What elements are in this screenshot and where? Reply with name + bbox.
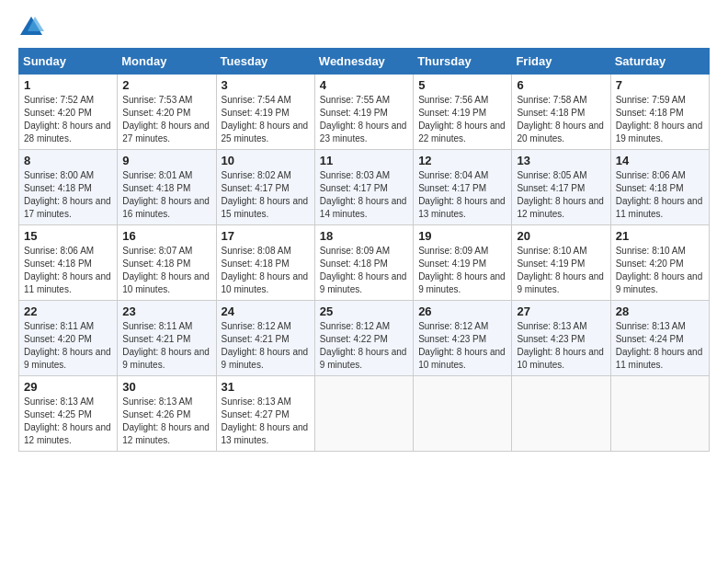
- calendar-day-cell: 20Sunrise: 8:10 AMSunset: 4:19 PMDayligh…: [512, 225, 610, 301]
- calendar-day-cell: 1Sunrise: 7:52 AMSunset: 4:20 PMDaylight…: [19, 75, 118, 150]
- day-number: 5: [418, 78, 506, 92]
- day-of-week-header: Wednesday: [314, 49, 413, 75]
- day-number: 11: [320, 154, 408, 167]
- calendar-day-cell: [314, 376, 413, 452]
- day-number: 25: [320, 304, 408, 318]
- calendar-day-cell: 15Sunrise: 8:06 AMSunset: 4:18 PMDayligh…: [19, 225, 118, 301]
- calendar-day-cell: 22Sunrise: 8:11 AMSunset: 4:20 PMDayligh…: [19, 301, 118, 376]
- day-info: Sunrise: 7:56 AMSunset: 4:19 PMDaylight:…: [418, 94, 506, 145]
- calendar-day-cell: 6Sunrise: 7:58 AMSunset: 4:18 PMDaylight…: [512, 75, 610, 150]
- day-of-week-header: Thursday: [414, 49, 512, 75]
- calendar-day-cell: 29Sunrise: 8:13 AMSunset: 4:25 PMDayligh…: [19, 376, 118, 452]
- calendar-day-cell: 31Sunrise: 8:13 AMSunset: 4:27 PMDayligh…: [216, 376, 314, 452]
- day-of-week-header: Friday: [512, 49, 610, 75]
- day-info: Sunrise: 8:13 AMSunset: 4:26 PMDaylight:…: [122, 396, 210, 447]
- day-info: Sunrise: 8:12 AMSunset: 4:23 PMDaylight:…: [418, 320, 506, 372]
- day-info: Sunrise: 8:02 AMSunset: 4:17 PMDaylight:…: [222, 169, 310, 221]
- day-info: Sunrise: 8:06 AMSunset: 4:18 PMDaylight:…: [616, 169, 704, 221]
- calendar-table: SundayMondayTuesdayWednesdayThursdayFrid…: [18, 48, 710, 452]
- day-info: Sunrise: 8:09 AMSunset: 4:19 PMDaylight:…: [418, 245, 506, 296]
- logo-icon: [18, 15, 44, 40]
- day-info: Sunrise: 8:05 AMSunset: 4:17 PMDaylight:…: [517, 169, 605, 221]
- day-info: Sunrise: 8:03 AMSunset: 4:17 PMDaylight:…: [320, 169, 408, 221]
- day-number: 2: [122, 78, 210, 92]
- day-of-week-header: Sunday: [19, 49, 118, 75]
- day-number: 19: [418, 229, 506, 243]
- calendar-day-cell: 12Sunrise: 8:04 AMSunset: 4:17 PMDayligh…: [414, 150, 512, 225]
- day-of-week-header: Saturday: [610, 49, 709, 75]
- calendar-day-cell: 9Sunrise: 8:01 AMSunset: 4:18 PMDaylight…: [118, 150, 216, 225]
- day-number: 17: [222, 229, 310, 243]
- day-number: 28: [616, 304, 704, 318]
- calendar-day-cell: [610, 376, 709, 452]
- day-number: 24: [222, 304, 310, 318]
- day-number: 7: [616, 78, 704, 92]
- day-info: Sunrise: 8:09 AMSunset: 4:18 PMDaylight:…: [320, 245, 408, 296]
- calendar-week-row: 15Sunrise: 8:06 AMSunset: 4:18 PMDayligh…: [19, 225, 710, 301]
- calendar-day-cell: 24Sunrise: 8:12 AMSunset: 4:21 PMDayligh…: [216, 301, 314, 376]
- day-info: Sunrise: 7:53 AMSunset: 4:20 PMDaylight:…: [122, 94, 210, 145]
- day-info: Sunrise: 7:59 AMSunset: 4:18 PMDaylight:…: [616, 94, 704, 145]
- calendar-week-row: 22Sunrise: 8:11 AMSunset: 4:20 PMDayligh…: [19, 301, 710, 376]
- calendar-day-cell: 16Sunrise: 8:07 AMSunset: 4:18 PMDayligh…: [118, 225, 216, 301]
- calendar-week-row: 8Sunrise: 8:00 AMSunset: 4:18 PMDaylight…: [19, 150, 710, 225]
- calendar-day-cell: 4Sunrise: 7:55 AMSunset: 4:19 PMDaylight…: [314, 75, 413, 150]
- day-info: Sunrise: 7:54 AMSunset: 4:19 PMDaylight:…: [222, 94, 310, 145]
- day-info: Sunrise: 8:11 AMSunset: 4:21 PMDaylight:…: [122, 320, 210, 372]
- day-number: 21: [616, 229, 704, 243]
- day-number: 20: [517, 229, 605, 243]
- day-number: 31: [222, 380, 310, 394]
- day-number: 6: [517, 78, 605, 92]
- day-info: Sunrise: 7:55 AMSunset: 4:19 PMDaylight:…: [320, 94, 408, 145]
- day-number: 18: [320, 229, 408, 243]
- day-number: 27: [517, 304, 605, 318]
- day-info: Sunrise: 8:11 AMSunset: 4:20 PMDaylight:…: [24, 320, 112, 372]
- day-info: Sunrise: 8:13 AMSunset: 4:24 PMDaylight:…: [616, 320, 704, 372]
- calendar-day-cell: 7Sunrise: 7:59 AMSunset: 4:18 PMDaylight…: [610, 75, 709, 150]
- day-number: 8: [24, 154, 112, 167]
- day-info: Sunrise: 8:12 AMSunset: 4:22 PMDaylight:…: [320, 320, 408, 372]
- calendar-day-cell: 8Sunrise: 8:00 AMSunset: 4:18 PMDaylight…: [19, 150, 118, 225]
- day-of-week-header: Tuesday: [216, 49, 314, 75]
- day-info: Sunrise: 8:01 AMSunset: 4:18 PMDaylight:…: [122, 169, 210, 221]
- day-number: 15: [24, 229, 112, 243]
- day-info: Sunrise: 8:06 AMSunset: 4:18 PMDaylight:…: [24, 245, 112, 296]
- day-number: 23: [122, 304, 210, 318]
- day-info: Sunrise: 8:04 AMSunset: 4:17 PMDaylight:…: [418, 169, 506, 221]
- day-number: 16: [122, 229, 210, 243]
- day-info: Sunrise: 8:10 AMSunset: 4:20 PMDaylight:…: [616, 245, 704, 296]
- calendar-day-cell: 2Sunrise: 7:53 AMSunset: 4:20 PMDaylight…: [118, 75, 216, 150]
- calendar-day-cell: 17Sunrise: 8:08 AMSunset: 4:18 PMDayligh…: [216, 225, 314, 301]
- calendar-day-cell: 5Sunrise: 7:56 AMSunset: 4:19 PMDaylight…: [414, 75, 512, 150]
- day-number: 29: [24, 380, 112, 394]
- day-info: Sunrise: 8:10 AMSunset: 4:19 PMDaylight:…: [517, 245, 605, 296]
- calendar-day-cell: 14Sunrise: 8:06 AMSunset: 4:18 PMDayligh…: [610, 150, 709, 225]
- calendar-week-row: 29Sunrise: 8:13 AMSunset: 4:25 PMDayligh…: [19, 376, 710, 452]
- logo: [18, 15, 48, 40]
- day-info: Sunrise: 8:08 AMSunset: 4:18 PMDaylight:…: [222, 245, 310, 296]
- calendar-day-cell: 28Sunrise: 8:13 AMSunset: 4:24 PMDayligh…: [610, 301, 709, 376]
- calendar-day-cell: 30Sunrise: 8:13 AMSunset: 4:26 PMDayligh…: [118, 376, 216, 452]
- day-of-week-header: Monday: [118, 49, 216, 75]
- day-number: 1: [24, 78, 112, 92]
- day-info: Sunrise: 8:13 AMSunset: 4:25 PMDaylight:…: [24, 396, 112, 447]
- day-number: 26: [418, 304, 506, 318]
- calendar-day-cell: [512, 376, 610, 452]
- day-info: Sunrise: 7:52 AMSunset: 4:20 PMDaylight:…: [24, 94, 112, 145]
- page-header: [18, 15, 710, 40]
- calendar-day-cell: 11Sunrise: 8:03 AMSunset: 4:17 PMDayligh…: [314, 150, 413, 225]
- day-number: 14: [616, 154, 704, 167]
- day-info: Sunrise: 8:12 AMSunset: 4:21 PMDaylight:…: [222, 320, 310, 372]
- day-number: 22: [24, 304, 112, 318]
- calendar-day-cell: 13Sunrise: 8:05 AMSunset: 4:17 PMDayligh…: [512, 150, 610, 225]
- day-number: 10: [222, 154, 310, 167]
- day-number: 12: [418, 154, 506, 167]
- day-number: 13: [517, 154, 605, 167]
- calendar-day-cell: [414, 376, 512, 452]
- day-number: 9: [122, 154, 210, 167]
- day-number: 3: [222, 78, 310, 92]
- calendar-header-row: SundayMondayTuesdayWednesdayThursdayFrid…: [19, 49, 710, 75]
- day-number: 4: [320, 78, 408, 92]
- day-info: Sunrise: 7:58 AMSunset: 4:18 PMDaylight:…: [517, 94, 605, 145]
- day-info: Sunrise: 8:00 AMSunset: 4:18 PMDaylight:…: [24, 169, 112, 221]
